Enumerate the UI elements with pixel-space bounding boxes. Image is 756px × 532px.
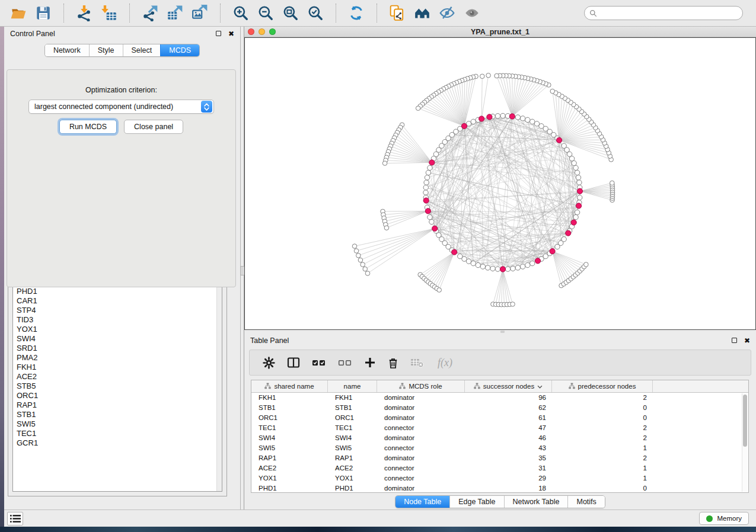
mcds-list-scrollbar[interactable] — [216, 287, 222, 491]
network-node[interactable] — [576, 175, 580, 180]
network-node[interactable] — [578, 195, 582, 200]
mcds-result-item[interactable]: ORC1 — [13, 391, 222, 400]
network-node[interactable] — [573, 214, 578, 219]
search-box[interactable] — [584, 6, 743, 20]
network-node[interactable] — [480, 74, 484, 79]
search-input[interactable] — [597, 8, 738, 18]
close-table-panel-icon[interactable]: ✖ — [744, 337, 750, 344]
mcds-result-item[interactable]: FKH1 — [13, 363, 222, 372]
network-node[interactable] — [429, 219, 434, 224]
network-node[interactable] — [584, 262, 589, 267]
column-header-name[interactable]: name — [328, 380, 377, 392]
network-node[interactable] — [573, 165, 578, 170]
mcds-result-item[interactable]: RAP1 — [13, 400, 222, 410]
mcds-result-item[interactable]: SWI5 — [13, 419, 222, 429]
network-node[interactable] — [458, 254, 462, 258]
network-node[interactable] — [515, 115, 520, 120]
column-header-shared_name[interactable]: shared name — [251, 380, 328, 392]
minimize-window-icon[interactable] — [259, 28, 265, 35]
network-node[interactable] — [550, 89, 555, 94]
mcds-result-item[interactable]: STP4 — [13, 306, 222, 315]
tab-style[interactable]: Style — [89, 44, 123, 56]
network-node[interactable] — [495, 267, 500, 271]
show-column-button[interactable] — [286, 355, 301, 370]
network-node[interactable] — [356, 253, 361, 258]
table-row[interactable]: SWI5SWI5connector431 — [251, 443, 748, 453]
delete-column-button[interactable] — [387, 355, 400, 370]
mcds-result-item[interactable]: TID3 — [13, 315, 222, 325]
mcds-node[interactable] — [432, 226, 438, 231]
add-column-button[interactable] — [363, 355, 377, 370]
table-scrollbar-thumb[interactable] — [743, 395, 747, 447]
zoom-selected-button[interactable] — [306, 4, 325, 23]
column-header-mcds_role[interactable]: MCDS role — [377, 380, 465, 392]
export-network-button[interactable] — [141, 4, 160, 23]
network-node[interactable] — [471, 261, 476, 265]
network-node[interactable] — [520, 264, 525, 269]
tab-motifs[interactable]: Motifs — [567, 496, 604, 508]
mcds-node[interactable] — [429, 160, 435, 165]
mcds-node[interactable] — [571, 220, 576, 225]
memory-button[interactable]: Memory — [699, 512, 749, 525]
mcds-result-item[interactable]: SWI4 — [13, 334, 222, 344]
save-session-button[interactable] — [34, 4, 53, 23]
tab-select[interactable]: Select — [123, 44, 161, 56]
table-row[interactable]: STB1STB1dominator620 — [251, 403, 748, 413]
new-network-from-selection-button[interactable] — [388, 4, 407, 23]
mcds-result-item[interactable]: STB5 — [13, 382, 222, 391]
vertical-splitter[interactable] — [240, 27, 244, 509]
mcds-result-item[interactable]: ACE2 — [13, 372, 222, 382]
network-node[interactable] — [500, 113, 505, 118]
close-panel-icon[interactable]: ✖ — [228, 30, 234, 37]
table-row[interactable]: RAP1RAP1dominator352 — [251, 453, 748, 463]
network-node[interactable] — [530, 261, 535, 265]
tab-mcds[interactable]: MCDS — [160, 44, 199, 56]
mcds-node[interactable] — [509, 114, 515, 119]
settings-button[interactable] — [261, 355, 276, 370]
open-file-button[interactable] — [9, 4, 28, 23]
maximize-window-icon[interactable] — [269, 28, 276, 35]
table-row[interactable]: PHD1PHD1dominator180 — [251, 483, 748, 493]
mcds-result-item[interactable]: PHD1 — [13, 287, 222, 296]
network-node[interactable] — [515, 265, 520, 270]
mcds-result-item[interactable]: TEC1 — [13, 429, 222, 438]
table-scrollbar[interactable] — [742, 393, 748, 492]
import-table-button[interactable] — [100, 4, 119, 23]
tab-network-table[interactable]: Network Table — [504, 496, 568, 508]
export-image-button[interactable] — [190, 4, 209, 23]
run-mcds-button[interactable]: Run MCDS — [59, 120, 117, 134]
network-node[interactable] — [610, 181, 614, 185]
table-row[interactable]: FKH1FKH1dominator962 — [251, 393, 748, 403]
mcds-node[interactable] — [500, 267, 505, 272]
mcds-node[interactable] — [556, 137, 562, 143]
mcds-result-list[interactable]: PHD1CAR1STP4TID3YOX1SWI4SRD1PMA2FKH1ACE2… — [12, 286, 222, 492]
network-node[interactable] — [480, 264, 485, 269]
network-node[interactable] — [423, 190, 428, 195]
network-node[interactable] — [416, 106, 420, 111]
mcds-node[interactable] — [461, 123, 467, 129]
network-node[interactable] — [575, 210, 579, 214]
table-row[interactable]: SWI4SWI4dominator462 — [251, 433, 748, 443]
mcds-result-item[interactable]: CAR1 — [13, 296, 222, 306]
mcds-result-item[interactable]: YOX1 — [13, 325, 222, 334]
network-node[interactable] — [511, 302, 515, 307]
network-node[interactable] — [437, 288, 442, 293]
network-node[interactable] — [384, 226, 389, 230]
tab-node-table[interactable]: Node Table — [395, 496, 449, 508]
deselect-all-button[interactable] — [337, 355, 353, 370]
network-node[interactable] — [505, 267, 510, 271]
network-node[interactable] — [476, 262, 480, 267]
network-node[interactable] — [495, 114, 500, 118]
tab-edge-table[interactable]: Edge Table — [449, 496, 503, 508]
zoom-out-button[interactable] — [256, 4, 275, 23]
close-window-icon[interactable] — [248, 28, 254, 35]
network-node[interactable] — [555, 244, 560, 249]
hide-selected-button[interactable] — [438, 4, 457, 23]
tab-network[interactable]: Network — [45, 44, 89, 56]
mcds-result-item[interactable]: STB1 — [13, 410, 222, 419]
network-node[interactable] — [426, 170, 430, 175]
network-node[interactable] — [361, 262, 365, 267]
network-node[interactable] — [530, 119, 535, 124]
network-node[interactable] — [428, 214, 432, 219]
column-header-successor_nodes[interactable]: successor nodes — [465, 380, 552, 392]
